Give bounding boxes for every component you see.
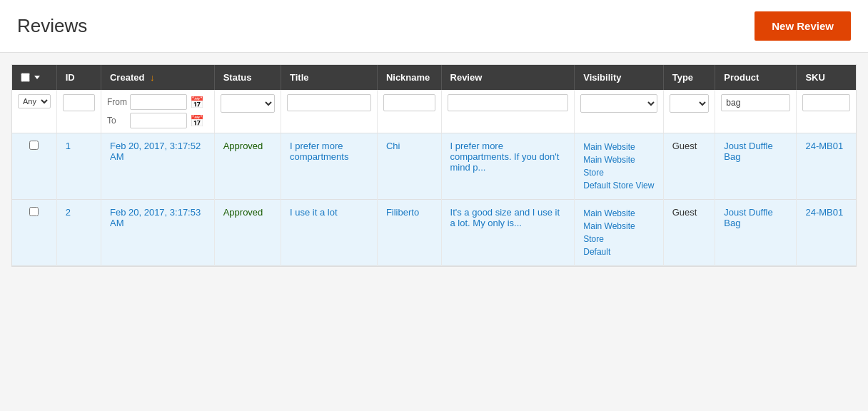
- row-product[interactable]: Joust Duffle Bag: [715, 133, 797, 200]
- th-title: Title: [281, 65, 378, 90]
- date-from-input[interactable]: [130, 94, 187, 110]
- row-status: Approved: [214, 200, 281, 266]
- th-type: Type: [663, 65, 715, 90]
- reviews-table: ID Created ↓ Status Title Nickname Revie…: [12, 65, 856, 266]
- filter-row: Any From 📅: [12, 90, 856, 133]
- th-checkbox: [12, 65, 56, 90]
- row-checkbox[interactable]: [29, 207, 39, 216]
- filter-type-select[interactable]: [670, 94, 710, 113]
- row-sku[interactable]: 24-MB01: [797, 200, 856, 266]
- row-sku[interactable]: 24-MB01: [797, 133, 856, 200]
- row-id[interactable]: 2: [56, 200, 101, 266]
- filter-created-cell: From 📅 To 📅: [101, 90, 214, 133]
- date-filter: From 📅 To 📅: [107, 94, 208, 128]
- filter-nickname-input[interactable]: [383, 94, 435, 111]
- reviews-grid: ID Created ↓ Status Title Nickname Revie…: [11, 64, 857, 267]
- filter-status-cell: Approved Pending: [214, 90, 281, 133]
- row-visibility: Main Website Main Website Store Default: [575, 200, 663, 266]
- row-status: Approved: [214, 133, 281, 200]
- row-created: Feb 20, 2017, 3:17:53 AM: [101, 200, 214, 266]
- th-sku: SKU: [797, 65, 856, 90]
- any-select-wrap: Any: [18, 94, 51, 108]
- row-visibility: Main Website Main Website Store Default …: [575, 133, 663, 200]
- any-select[interactable]: Any: [18, 94, 51, 108]
- sort-desc-icon: ↓: [150, 72, 155, 83]
- filter-review-input[interactable]: [448, 94, 569, 111]
- to-label: To: [107, 116, 127, 126]
- filter-visibility-select[interactable]: [580, 94, 657, 113]
- table-row: 1Feb 20, 2017, 3:17:52 AMApprovedI prefe…: [12, 133, 856, 200]
- from-label: From: [107, 97, 127, 107]
- row-created: Feb 20, 2017, 3:17:52 AM: [101, 133, 214, 200]
- row-nickname[interactable]: Filiberto: [377, 200, 441, 266]
- row-title[interactable]: I use it a lot: [281, 200, 378, 266]
- row-title[interactable]: I prefer more compartments: [281, 133, 378, 200]
- filter-product-cell: [715, 90, 797, 133]
- filter-id-input[interactable]: [63, 94, 95, 111]
- row-type: Guest: [663, 133, 715, 200]
- row-nickname[interactable]: Chi: [377, 133, 441, 200]
- th-review: Review: [441, 65, 575, 90]
- row-review[interactable]: I prefer more compartments. If you don't…: [441, 133, 575, 200]
- filter-nickname-cell: [377, 90, 441, 133]
- date-from-row: From 📅: [107, 94, 208, 110]
- filter-visibility-cell: [575, 90, 663, 133]
- calendar-to-icon[interactable]: 📅: [190, 114, 204, 128]
- filter-sku-input[interactable]: [802, 94, 850, 111]
- filter-type-cell: [663, 90, 715, 133]
- row-id[interactable]: 1: [56, 133, 101, 200]
- row-review[interactable]: It's a good size and I use it a lot. My …: [441, 200, 575, 266]
- filter-status-select[interactable]: Approved Pending: [221, 94, 275, 113]
- th-visibility: Visibility: [575, 65, 663, 90]
- date-to-input[interactable]: [130, 113, 187, 128]
- filter-id-cell: [56, 90, 101, 133]
- filter-title-cell: [281, 90, 378, 133]
- row-product[interactable]: Joust Duffle Bag: [715, 200, 797, 266]
- filter-product-input[interactable]: [721, 94, 790, 111]
- table-header-row: ID Created ↓ Status Title Nickname Revie…: [12, 65, 856, 90]
- header-checkbox-container: [21, 73, 48, 82]
- content-area: ID Created ↓ Status Title Nickname Revie…: [0, 53, 868, 267]
- select-all-dropdown-icon[interactable]: [34, 76, 40, 79]
- filter-review-cell: [441, 90, 575, 133]
- page-header: Reviews New Review: [0, 0, 868, 53]
- row-checkbox-cell: [12, 200, 56, 266]
- filter-sku-cell: [797, 90, 856, 133]
- th-created[interactable]: Created ↓: [101, 65, 214, 90]
- filter-title-input[interactable]: [287, 94, 371, 111]
- filter-checkbox-cell: Any: [12, 90, 56, 133]
- th-nickname: Nickname: [377, 65, 441, 90]
- row-type: Guest: [663, 200, 715, 266]
- th-status: Status: [214, 65, 281, 90]
- new-review-button[interactable]: New Review: [755, 11, 851, 41]
- select-all-checkbox[interactable]: [21, 73, 30, 82]
- date-to-row: To 📅: [107, 113, 208, 128]
- row-checkbox[interactable]: [29, 141, 39, 150]
- th-product: Product: [715, 65, 797, 90]
- page-title: Reviews: [17, 15, 87, 37]
- row-checkbox-cell: [12, 133, 56, 200]
- calendar-from-icon[interactable]: 📅: [190, 96, 204, 109]
- table-row: 2Feb 20, 2017, 3:17:53 AMApprovedI use i…: [12, 200, 856, 266]
- th-id: ID: [56, 65, 101, 90]
